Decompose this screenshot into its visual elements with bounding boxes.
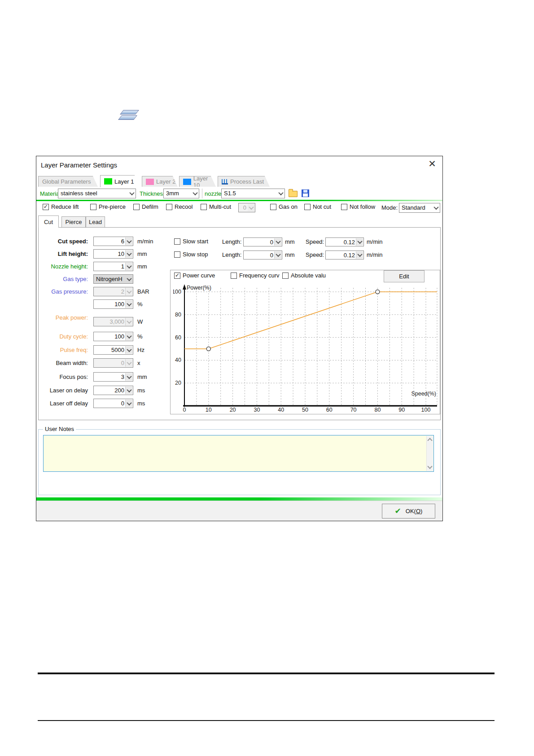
page-tab-label: Cut bbox=[44, 219, 53, 225]
option-checkbox-multi-cut[interactable]: Multi-cut bbox=[201, 203, 231, 210]
param-input-12[interactable]: 0 bbox=[93, 399, 133, 408]
tab-layer-10[interactable]: Layer 10 bbox=[179, 176, 216, 187]
chevron-down-icon bbox=[125, 237, 132, 245]
tab-layer-1[interactable]: Layer 1 bbox=[100, 175, 140, 187]
scroll-up-icon[interactable] bbox=[427, 438, 432, 443]
nozzle-select[interactable]: S1.5 bbox=[221, 189, 285, 198]
param-label-gas-pressure: Gas pressure: bbox=[41, 288, 88, 295]
svg-text:80: 80 bbox=[175, 312, 181, 318]
thickness-label: Thickness bbox=[140, 190, 166, 197]
param-input-0[interactable]: 6 bbox=[93, 237, 133, 246]
ok-check-icon: ✔ bbox=[395, 506, 401, 516]
material-select[interactable]: stainless steel bbox=[58, 189, 136, 198]
combo-value: 3 bbox=[96, 374, 124, 380]
chevron-down-icon bbox=[125, 387, 132, 394]
chevron-down-icon bbox=[125, 333, 132, 340]
svg-text:Speed(%): Speed(%) bbox=[411, 391, 436, 397]
tab-label: Layer 1 bbox=[114, 178, 134, 185]
tab-process-last[interactable]: Process Last bbox=[218, 176, 270, 187]
multicut-count-spinner[interactable]: 0 bbox=[238, 203, 255, 212]
notes-scrollbar[interactable] bbox=[426, 436, 433, 471]
option-checkbox-defilm[interactable]: Defilm bbox=[133, 203, 158, 210]
slow-length-input-1[interactable]: 0 bbox=[243, 251, 282, 259]
param-input-5[interactable]: 100 bbox=[93, 299, 133, 309]
horizontal-rule-thick bbox=[38, 672, 495, 674]
page-tab-pierce[interactable]: Pierce bbox=[61, 216, 86, 227]
param-label-cut-speed: Cut speed: bbox=[41, 238, 88, 245]
chevron-down-icon bbox=[277, 189, 284, 198]
checkbox-label: Slow stop bbox=[183, 251, 208, 258]
combo-value: 200 bbox=[96, 387, 124, 394]
horizontal-rule-thin bbox=[38, 720, 495, 721]
edit-button[interactable]: Edit bbox=[384, 270, 425, 282]
checkbox-label: Slow start bbox=[183, 238, 208, 245]
slow-speed-input-1[interactable]: 0.12 bbox=[325, 251, 364, 259]
param-unit: W bbox=[137, 318, 143, 325]
checkbox-label: Pre-pierce bbox=[99, 203, 126, 210]
combo-value: 100 bbox=[96, 333, 124, 340]
thickness-select[interactable]: 3mm bbox=[163, 189, 199, 198]
ok-button[interactable]: ✔ OK(O) bbox=[382, 504, 435, 519]
mode-select[interactable]: Standard bbox=[399, 203, 440, 213]
page: Layer Parameter Settings ✕ Global Parame… bbox=[0, 0, 534, 756]
page-tab-lead[interactable]: Lead bbox=[86, 216, 105, 227]
option-checkbox-gas-on[interactable]: Gas on bbox=[270, 203, 298, 210]
param-input-2[interactable]: 1 bbox=[93, 262, 133, 271]
speed-unit: m/min bbox=[367, 251, 382, 258]
chevron-down-icon bbox=[192, 189, 198, 198]
param-label-laser-off-delay: Laser off delay bbox=[41, 400, 88, 407]
open-folder-icon[interactable] bbox=[289, 189, 298, 197]
user-notes-textarea[interactable] bbox=[43, 435, 434, 472]
combo-value: 10 bbox=[96, 251, 124, 257]
slow-length-input-0[interactable]: 0 bbox=[243, 237, 282, 246]
tab-layer-2[interactable]: Layer 2 bbox=[142, 176, 178, 187]
checkbox-box bbox=[201, 204, 207, 210]
checkbox-label: Multi-cut bbox=[209, 203, 231, 210]
param-input-9[interactable]: 0 bbox=[93, 358, 133, 368]
chevron-down-icon bbox=[125, 288, 132, 295]
combo-value: NitrogenH bbox=[96, 276, 124, 282]
scroll-down-icon[interactable] bbox=[427, 464, 432, 469]
option-checkbox-not-follow[interactable]: Not follow bbox=[341, 203, 375, 210]
checkbox-frequency-curv[interactable]: Frequency curv bbox=[231, 272, 280, 279]
param-input-8[interactable]: 5000 bbox=[93, 345, 133, 355]
checkbox-label: Reduce lift bbox=[51, 203, 79, 210]
sheet-top-face bbox=[120, 110, 139, 114]
checkbox-power-curve[interactable]: ✓Power curve bbox=[174, 272, 215, 279]
svg-text:40: 40 bbox=[175, 357, 181, 363]
option-checkbox-not-cut[interactable]: Not cut bbox=[304, 203, 331, 210]
tab-global-parameters[interactable]: Global Parameters bbox=[38, 176, 98, 187]
combo-value: 0.12 bbox=[328, 239, 355, 246]
combo-value: 1 bbox=[96, 263, 124, 270]
checkbox-box bbox=[304, 204, 311, 210]
slow-speed-input-0[interactable]: 0.12 bbox=[325, 237, 364, 246]
combo-value: 3,000 bbox=[96, 318, 124, 325]
save-icon[interactable] bbox=[302, 189, 309, 197]
ok-label: OK(O) bbox=[406, 508, 423, 514]
page-tab-cut[interactable]: Cut bbox=[38, 215, 59, 228]
svg-text:90: 90 bbox=[398, 407, 405, 413]
checkbox-slow-start[interactable]: Slow start bbox=[174, 238, 208, 245]
combo-value: 0 bbox=[241, 204, 246, 211]
chevron-down-icon bbox=[125, 300, 132, 308]
param-unit: ms bbox=[137, 387, 145, 394]
param-input-7[interactable]: 100 bbox=[93, 332, 133, 341]
param-unit: Hz bbox=[137, 347, 144, 353]
param-input-4[interactable]: 2 bbox=[93, 287, 133, 296]
checkbox-slow-stop[interactable]: Slow stop bbox=[174, 251, 208, 258]
option-checkbox-reduce-lift[interactable]: ✓Reduce lift bbox=[43, 203, 79, 210]
param-input-1[interactable]: 10 bbox=[93, 249, 133, 259]
chevron-down-icon bbox=[125, 400, 132, 407]
param-input-11[interactable]: 200 bbox=[93, 386, 133, 395]
option-checkbox-recool[interactable]: Recool bbox=[166, 203, 193, 210]
chevron-down-icon bbox=[125, 373, 132, 381]
param-input-3[interactable]: NitrogenH bbox=[93, 274, 133, 284]
option-checkbox-pre-pierce[interactable]: Pre-pierce bbox=[90, 203, 126, 210]
param-input-6[interactable]: 3,000 bbox=[93, 317, 133, 326]
chevron-down-icon bbox=[125, 250, 132, 258]
checkbox-absolute-valu[interactable]: Absolute valu bbox=[282, 272, 326, 279]
close-icon[interactable]: ✕ bbox=[426, 158, 438, 170]
svg-text:60: 60 bbox=[175, 334, 181, 341]
param-input-10[interactable]: 3 bbox=[93, 372, 133, 382]
speed-label: Speed: bbox=[306, 238, 324, 245]
